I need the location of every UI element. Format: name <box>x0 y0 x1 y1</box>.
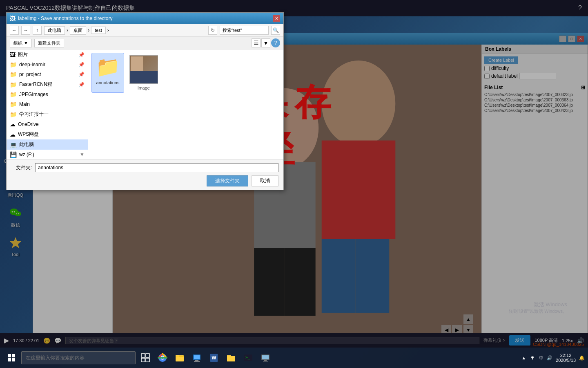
annotations-folder-icon: 📁 <box>96 56 120 79</box>
pics-icon: 🖼 <box>10 52 16 58</box>
image-folder-thumbnail <box>129 55 158 84</box>
breadcrumb-test[interactable]: test <box>91 27 106 34</box>
thispc-icon: 💻 <box>10 141 17 148</box>
breadcrumb-sep-1: › <box>67 27 68 33</box>
nav-item-jpeg-label: JPEGImages <box>19 92 48 97</box>
pin-icon-2: 📌 <box>78 72 85 77</box>
nav-item-faster[interactable]: 📁 FasterRCNN程 📌 <box>7 79 88 90</box>
svg-rect-62 <box>146 354 149 357</box>
taskbar-search-input[interactable] <box>21 351 136 364</box>
svg-rect-69 <box>176 355 179 357</box>
cancel-button[interactable]: 取消 <box>252 175 278 186</box>
datetime-display[interactable]: 22:12 2020/5/13 <box>556 353 576 363</box>
svg-rect-81 <box>262 355 269 359</box>
svg-rect-83 <box>263 361 268 361</box>
svg-rect-72 <box>195 360 198 361</box>
terminal-taskbar-button[interactable]: >_ <box>240 350 256 366</box>
nav-item-study[interactable]: 📁 学习汇报十一 <box>7 109 88 119</box>
desktop: PASCAL VOC2012数据集讲解与制作自己的数据集 ? 霍 霍 此电脑 网… <box>0 0 588 368</box>
dialog-footer: 文件夹: 选择文件夹 取消 <box>7 159 283 190</box>
faster-icon: 📁 <box>10 81 17 88</box>
nav-item-jpeg[interactable]: 📁 JPEGImages <box>7 90 88 99</box>
breadcrumb-pc[interactable]: 此电脑 <box>44 26 65 35</box>
organize-chevron: ▼ <box>24 40 28 45</box>
image-folder-label: image <box>138 85 150 90</box>
deeplearn-icon: 📁 <box>10 61 17 68</box>
svg-rect-61 <box>141 354 145 357</box>
wps-icon: ☁ <box>10 131 16 138</box>
taskbar-right: ▲ 中 🔊 22:12 2020/5/13 🔔 <box>521 353 585 363</box>
file-browser: 🖼 图片 📌 📁 deep-learnir 📌 📁 pr_project 📌 <box>7 49 283 159</box>
nav-item-pr[interactable]: 📁 pr_project 📌 <box>7 70 88 79</box>
screen-taskbar-button[interactable] <box>257 350 274 366</box>
breadcrumb-desktop[interactable]: 桌面 <box>70 26 86 35</box>
nav-item-wps[interactable]: ☁ WPS网盘 <box>7 129 88 139</box>
nav-item-pics[interactable]: 🖼 图片 📌 <box>7 49 88 60</box>
filename-label: 文件夹: <box>11 164 32 171</box>
network-label: 中 <box>539 355 543 361</box>
organize-button[interactable]: 组织 ▼ <box>10 39 32 47</box>
organize-label: 组织 <box>13 40 22 46</box>
svg-rect-73 <box>194 361 200 362</box>
file-content-area: 📁 annotations image <box>88 49 283 159</box>
pcmanager-taskbar-button[interactable] <box>189 350 205 366</box>
folder-image[interactable]: image <box>127 53 160 93</box>
view-dropdown-button[interactable]: ▼ <box>261 38 270 47</box>
view-controls: ☰ ▼ ? <box>252 38 280 47</box>
pin-icon-0: 📌 <box>78 52 85 58</box>
filemanager-taskbar-button[interactable] <box>223 350 239 366</box>
pr-icon: 📁 <box>10 71 17 78</box>
dialog-button-group: 选择文件夹 取消 <box>11 175 278 186</box>
word-taskbar-button[interactable]: W <box>206 350 222 366</box>
svg-rect-63 <box>141 358 145 362</box>
pin-icon-3: 📌 <box>78 82 85 88</box>
select-folder-button[interactable]: 选择文件夹 <box>207 175 248 186</box>
annotations-folder-label: annotations <box>96 80 120 85</box>
volume-icon[interactable]: 🔊 <box>547 355 552 361</box>
nav-item-main-label: Main <box>19 101 30 107</box>
dialog-close-button[interactable]: ✕ <box>273 15 280 22</box>
nav-expand-icon: ▼ <box>80 152 85 157</box>
dialog-app-icon: 🖼 <box>10 15 16 22</box>
study-icon: 📁 <box>10 111 17 118</box>
notification-icon[interactable]: 🔔 <box>579 355 585 361</box>
new-folder-button[interactable]: 新建文件夹 <box>34 39 64 47</box>
breadcrumb-sep-2: › <box>88 27 89 33</box>
svg-rect-59 <box>8 358 11 361</box>
thumb-body <box>130 71 158 83</box>
taskview-button[interactable] <box>137 350 154 366</box>
nav-item-deeplearn[interactable]: 📁 deep-learnir 📌 <box>7 60 88 70</box>
taskbar-up-arrow[interactable]: ▲ <box>521 355 526 360</box>
nav-item-main[interactable]: 📁 Main <box>7 99 88 109</box>
svg-rect-77 <box>227 355 231 357</box>
nav-item-onedrive[interactable]: ☁ OneDrive <box>7 119 88 129</box>
nav-item-wz[interactable]: 💾 wz (F:) ▼ <box>7 150 88 159</box>
chrome-taskbar-button[interactable] <box>154 350 171 366</box>
network-icon[interactable] <box>529 354 536 361</box>
nav-item-study-label: 学习汇报十一 <box>19 111 49 118</box>
view-toggle-button[interactable]: ☰ <box>252 38 261 47</box>
help-button[interactable]: ? <box>271 38 280 47</box>
dialog-overlay: 🖼 labelImg - Save annotations to the dir… <box>0 0 588 368</box>
nav-item-wps-label: WPS网盘 <box>18 131 39 138</box>
svg-rect-82 <box>264 360 267 361</box>
svg-rect-71 <box>194 355 200 359</box>
explorer-taskbar-button[interactable] <box>172 350 188 366</box>
nav-forward-button[interactable]: → <box>21 26 30 35</box>
folder-annotations[interactable]: 📁 annotations <box>91 53 124 93</box>
nav-item-thispc[interactable]: 💻 此电脑 <box>7 139 88 150</box>
taskbar-time: 22:12 <box>556 353 576 358</box>
nav-back-button[interactable]: ← <box>10 26 19 35</box>
svg-rect-64 <box>146 358 149 362</box>
nav-refresh-button[interactable]: ↻ <box>208 26 217 35</box>
start-button[interactable] <box>3 350 20 366</box>
nav-up-button[interactable]: ↑ <box>33 26 42 35</box>
nav-item-pr-label: pr_project <box>19 72 41 77</box>
filename-input[interactable] <box>35 163 278 172</box>
svg-text:>_: >_ <box>245 355 250 359</box>
breadcrumb-sep-3: › <box>107 27 109 33</box>
jpeg-icon: 📁 <box>10 91 17 98</box>
search-button[interactable]: 🔍 <box>271 26 280 35</box>
new-folder-label: 新建文件夹 <box>38 40 60 46</box>
search-input[interactable] <box>220 26 269 35</box>
